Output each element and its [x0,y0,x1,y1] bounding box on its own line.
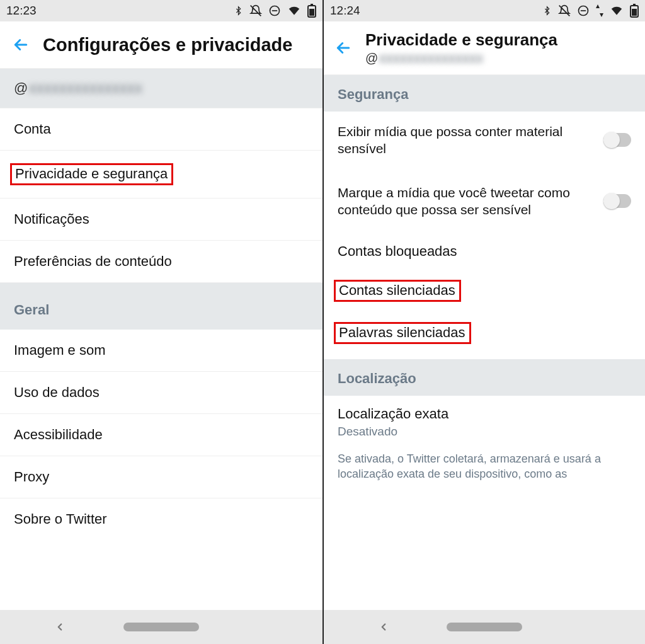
username-blurred: xxxxxxxxxxxxxxx [379,51,483,66]
settings-item-accessibility[interactable]: Acessibilidade [0,414,322,456]
settings-item-privacy[interactable]: Privacidade e segurança [0,151,322,198]
item-precise-location-value: Desativado [324,425,645,447]
system-nav-bar [324,610,645,644]
item-blocked-accounts[interactable]: Contas bloqueadas [324,233,645,270]
location-info-text: Se ativada, o Twitter coletará, armazena… [324,447,645,482]
bluetooth-icon [234,4,243,18]
nav-home-pill[interactable] [447,623,522,631]
switch-off-icon[interactable] [603,194,631,208]
settings-item-about[interactable]: Sobre o Twitter [0,498,322,540]
battery-icon [307,4,316,18]
svg-rect-3 [309,9,314,16]
battery-icon [630,4,639,18]
app-bar: Privacidade e segurança @ xxxxxxxxxxxxxx… [324,21,645,75]
item-precise-location[interactable]: Localização exata [324,396,645,425]
settings-list: @ xxxxxxxxxxxxxxx Conta Privacidade e se… [0,69,322,610]
bell-off-icon [558,4,571,18]
svg-rect-7 [632,9,637,16]
bell-off-icon [249,4,262,18]
dnd-icon [268,4,281,17]
svg-rect-6 [633,4,636,6]
toggle-mark-sensitive[interactable]: Marque a mídia que você tweetar como con… [324,173,645,234]
settings-item-data-usage[interactable]: Uso de dados [0,372,322,414]
item-muted-words[interactable]: Palavras silenciadas [324,312,645,354]
section-header-security: Segurança [324,75,645,112]
page-title: Privacidade e segurança [365,30,557,50]
status-bar: 12:24 [324,0,645,21]
settings-item-content-prefs[interactable]: Preferências de conteúdo [0,241,322,283]
nav-home-pill[interactable] [123,623,199,631]
data-updown-icon [596,4,603,17]
toggle-sensitive-media[interactable]: Exibir mídia que possa conter material s… [324,112,645,173]
nav-back-button[interactable] [54,621,66,633]
screen-settings: 12:23 Configurações e privacidade [0,0,322,644]
username-blurred: xxxxxxxxxxxxxxx [29,80,142,96]
wifi-icon [610,5,624,16]
privacy-list: Segurança Exibir mídia que possa conter … [324,75,645,610]
nav-back-button[interactable] [378,621,389,633]
settings-item-notifications[interactable]: Notificações [0,198,322,241]
bluetooth-icon [542,4,552,18]
wifi-icon [287,5,301,16]
status-bar: 12:23 [0,0,322,21]
screen-privacy-security: 12:24 Privacidade [322,0,645,644]
status-time: 12:24 [330,4,360,18]
section-header-general: Geral [0,283,322,330]
settings-item-proxy[interactable]: Proxy [0,456,322,498]
page-title: Configurações e privacidade [43,35,292,55]
page-subtitle: @ xxxxxxxxxxxxxxx [365,51,557,66]
section-header-location: Localização [324,359,645,396]
item-muted-accounts[interactable]: Contas silenciadas [324,270,645,312]
back-button[interactable] [10,34,31,55]
highlight-muted-accounts: Contas silenciadas [334,280,461,302]
status-icons [234,4,316,18]
back-button[interactable] [333,37,354,59]
status-icons [542,4,639,18]
status-time: 12:23 [6,4,37,18]
dnd-icon [577,4,590,17]
highlight-privacy: Privacidade e segurança [10,163,173,185]
settings-item-image-sound[interactable]: Imagem e som [0,330,322,372]
system-nav-bar [0,610,322,644]
settings-item-account[interactable]: Conta [0,108,322,151]
app-bar: Configurações e privacidade [0,21,322,69]
account-username-row: @ xxxxxxxxxxxxxxx [0,69,322,108]
highlight-muted-words: Palavras silenciadas [334,322,471,344]
switch-off-icon[interactable] [603,133,631,147]
svg-rect-2 [311,4,313,6]
